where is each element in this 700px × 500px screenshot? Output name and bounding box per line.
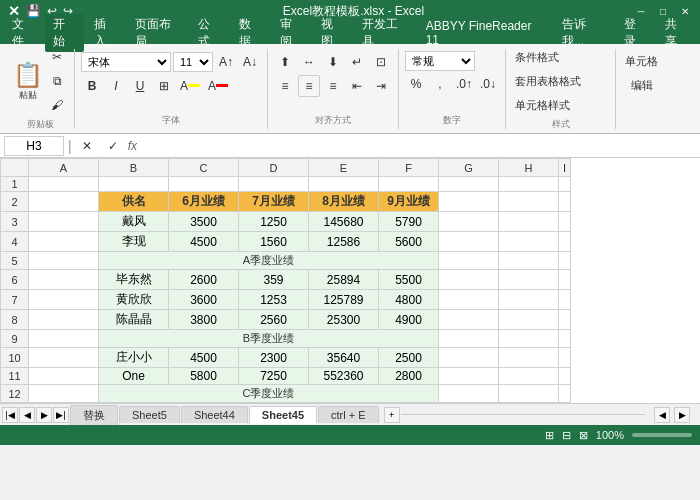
cell-B1[interactable] xyxy=(99,177,169,192)
cell-G12[interactable] xyxy=(439,385,499,403)
col-header-B[interactable]: B xyxy=(99,159,169,177)
cell-D4[interactable]: 1560 xyxy=(239,232,309,252)
cell-C10[interactable]: 4500 xyxy=(169,348,239,368)
decrease-decimal-btn[interactable]: .0↓ xyxy=(477,73,499,95)
increase-decimal-btn[interactable]: .0↑ xyxy=(453,73,475,95)
scroll-left-btn[interactable]: ◀ xyxy=(654,407,670,423)
cell-C11[interactable]: 5800 xyxy=(169,368,239,385)
cell-H1[interactable] xyxy=(499,177,559,192)
row-num-9[interactable]: 9 xyxy=(1,330,29,348)
cell-I11[interactable] xyxy=(559,368,571,385)
align-bottom-btn[interactable]: ⬇ xyxy=(322,51,344,73)
row-num-5[interactable]: 5 xyxy=(1,252,29,270)
cell-F4[interactable]: 5600 xyxy=(379,232,439,252)
cell-section-C[interactable]: C季度业绩 xyxy=(99,385,439,403)
cell-E11[interactable]: 552360 xyxy=(309,368,379,385)
cell-E2[interactable]: 8月业绩 xyxy=(309,192,379,212)
cell-A9[interactable] xyxy=(29,330,99,348)
row-num-2[interactable]: 2 xyxy=(1,192,29,212)
col-header-D[interactable]: D xyxy=(239,159,309,177)
cell-F8[interactable]: 4900 xyxy=(379,310,439,330)
cell-H3[interactable] xyxy=(499,212,559,232)
merge-btn[interactable]: ⊡ xyxy=(370,51,392,73)
comma-btn[interactable]: , xyxy=(429,73,451,95)
cell-B8[interactable]: 陈晶晶 xyxy=(99,310,169,330)
row-num-8[interactable]: 8 xyxy=(1,310,29,330)
cell-D11[interactable]: 7250 xyxy=(239,368,309,385)
cell-I10[interactable] xyxy=(559,348,571,368)
paste-button[interactable]: 📋粘贴 xyxy=(12,55,44,107)
cell-D3[interactable]: 1250 xyxy=(239,212,309,232)
font-color-btn[interactable]: A xyxy=(205,75,231,97)
cell-E8[interactable]: 25300 xyxy=(309,310,379,330)
cell-H4[interactable] xyxy=(499,232,559,252)
number-format-select[interactable]: 常规 xyxy=(405,51,475,71)
row-num-7[interactable]: 7 xyxy=(1,290,29,310)
col-header-H[interactable]: H xyxy=(499,159,559,177)
cell-A4[interactable] xyxy=(29,232,99,252)
tab-ctrl-E[interactable]: ctrl + E xyxy=(318,406,379,423)
col-header-E[interactable]: E xyxy=(309,159,379,177)
menu-item-signin[interactable]: 登录 xyxy=(616,14,655,52)
menu-item-data[interactable]: 数据 xyxy=(231,14,270,52)
cell-I1[interactable] xyxy=(559,177,571,192)
cell-H5[interactable] xyxy=(499,252,559,270)
cell-D2[interactable]: 7月业绩 xyxy=(239,192,309,212)
cell-A12[interactable] xyxy=(29,385,99,403)
cell-H9[interactable] xyxy=(499,330,559,348)
menu-item-page-layout[interactable]: 页面布局 xyxy=(127,14,189,52)
cell-I7[interactable] xyxy=(559,290,571,310)
cell-section-A[interactable]: A季度业绩 xyxy=(99,252,439,270)
tab-Sheet44[interactable]: Sheet44 xyxy=(181,406,248,423)
cell-G3[interactable] xyxy=(439,212,499,232)
cell-G7[interactable] xyxy=(439,290,499,310)
cell-A8[interactable] xyxy=(29,310,99,330)
cell-I9[interactable] xyxy=(559,330,571,348)
cell-D1[interactable] xyxy=(239,177,309,192)
row-num-4[interactable]: 4 xyxy=(1,232,29,252)
cell-reference-input[interactable] xyxy=(4,136,64,156)
indent-decrease-btn[interactable]: ⇤ xyxy=(346,75,368,97)
cell-A10[interactable] xyxy=(29,348,99,368)
cell-F2[interactable]: 9月业绩 xyxy=(379,192,439,212)
scroll-right-btn[interactable]: ▶ xyxy=(674,407,690,423)
cell-I2[interactable] xyxy=(559,192,571,212)
cell-B11[interactable]: One xyxy=(99,368,169,385)
indent-increase-btn[interactable]: ⇥ xyxy=(370,75,392,97)
cell-D6[interactable]: 359 xyxy=(239,270,309,290)
confirm-formula-btn[interactable]: ✓ xyxy=(102,135,124,157)
cell-I4[interactable] xyxy=(559,232,571,252)
menu-item-formulas[interactable]: 公式 xyxy=(190,14,229,52)
percent-btn[interactable]: % xyxy=(405,73,427,95)
italic-btn[interactable]: I xyxy=(105,75,127,97)
col-header-G[interactable]: G xyxy=(439,159,499,177)
cell-I5[interactable] xyxy=(559,252,571,270)
wrap-text-btn[interactable]: ↵ xyxy=(346,51,368,73)
cell-B4[interactable]: 李现 xyxy=(99,232,169,252)
col-header-F[interactable]: F xyxy=(379,159,439,177)
cell-C8[interactable]: 3800 xyxy=(169,310,239,330)
underline-btn[interactable]: U xyxy=(129,75,151,97)
cell-section-B[interactable]: B季度业绩 xyxy=(99,330,439,348)
cell-E1[interactable] xyxy=(309,177,379,192)
cell-E6[interactable]: 25894 xyxy=(309,270,379,290)
cell-F10[interactable]: 2500 xyxy=(379,348,439,368)
cell-style-btn[interactable]: 单元格样式 xyxy=(512,94,609,116)
cell-I3[interactable] xyxy=(559,212,571,232)
view-layout-btn[interactable]: ⊟ xyxy=(562,429,571,442)
edit-btn[interactable]: 编辑 xyxy=(628,75,656,97)
cell-B6[interactable]: 毕东然 xyxy=(99,270,169,290)
cell-C7[interactable]: 3600 xyxy=(169,290,239,310)
cell-F7[interactable]: 4800 xyxy=(379,290,439,310)
cell-G11[interactable] xyxy=(439,368,499,385)
cell-A11[interactable] xyxy=(29,368,99,385)
cell-G1[interactable] xyxy=(439,177,499,192)
cell-F11[interactable]: 2800 xyxy=(379,368,439,385)
view-page-btn[interactable]: ⊠ xyxy=(579,429,588,442)
cell-I12[interactable] xyxy=(559,385,571,403)
decrease-font-btn[interactable]: A↓ xyxy=(239,51,261,73)
menu-item-abbyy[interactable]: ABBYY FineReader 11 xyxy=(418,17,551,49)
cell-C3[interactable]: 3500 xyxy=(169,212,239,232)
view-normal-btn[interactable]: ⊞ xyxy=(545,429,554,442)
sheet-table-wrapper[interactable]: A B C D E F G H I 1 xyxy=(0,158,700,403)
